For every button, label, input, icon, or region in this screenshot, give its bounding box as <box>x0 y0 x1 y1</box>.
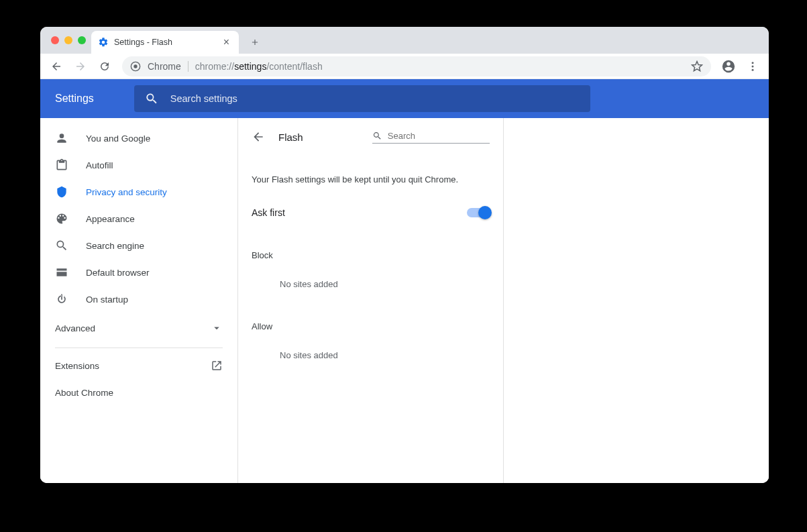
block-empty-text: No sites added <box>252 279 490 289</box>
sidebar-item-label: Autofill <box>86 160 113 170</box>
allow-section-label: Allow <box>252 321 490 331</box>
tab-strip: Settings - Flash × <box>40 27 769 54</box>
back-button[interactable] <box>46 56 67 77</box>
bookmark-star-icon[interactable] <box>691 60 703 72</box>
close-tab-button[interactable]: × <box>221 36 232 49</box>
block-section-label: Block <box>252 250 490 260</box>
app-title: Settings <box>55 93 94 105</box>
close-window-button[interactable] <box>51 36 59 44</box>
sidebar-item-label: Privacy and security <box>86 187 167 197</box>
about-label: About Chrome <box>55 388 113 398</box>
settings-header: Settings <box>40 79 769 118</box>
search-icon <box>372 130 382 142</box>
reload-button[interactable] <box>94 56 115 77</box>
power-icon <box>55 292 68 306</box>
page-search[interactable] <box>372 130 490 144</box>
maximize-window-button[interactable] <box>78 36 86 44</box>
page-back-button[interactable] <box>252 130 265 144</box>
sidebar-item-appearance[interactable]: Appearance <box>40 205 237 232</box>
sidebar-item-label: You and Google <box>86 134 150 144</box>
gear-icon <box>98 37 109 48</box>
flash-note: Your Flash settings will be kept until y… <box>252 174 490 184</box>
url-scheme-label: Chrome <box>148 61 181 72</box>
sidebar: You and Google Autofill Privacy and secu… <box>40 118 237 483</box>
clipboard-icon <box>55 158 68 172</box>
allow-empty-text: No sites added <box>252 350 490 360</box>
separator <box>188 61 189 72</box>
search-icon <box>55 239 68 252</box>
ask-first-label: Ask first <box>252 207 285 218</box>
sidebar-item-on-startup[interactable]: On startup <box>40 286 237 313</box>
settings-search[interactable] <box>134 85 590 112</box>
shield-icon <box>55 185 68 199</box>
open-external-icon <box>211 360 223 372</box>
sidebar-item-label: On startup <box>86 295 128 305</box>
page-title: Flash <box>278 131 303 143</box>
forward-button[interactable] <box>70 56 91 77</box>
svg-point-3 <box>752 65 754 67</box>
advanced-label: Advanced <box>55 323 95 333</box>
sidebar-item-you-and-google[interactable]: You and Google <box>40 125 237 152</box>
sidebar-item-privacy-security[interactable]: Privacy and security <box>40 178 237 205</box>
url-text: chrome://settings/content/flash <box>195 61 323 72</box>
minimize-window-button[interactable] <box>64 36 72 44</box>
svg-point-2 <box>752 62 754 64</box>
browser-icon <box>55 266 68 279</box>
sidebar-item-search-engine[interactable]: Search engine <box>40 232 237 259</box>
sidebar-advanced-toggle[interactable]: Advanced <box>40 313 237 343</box>
menu-button[interactable] <box>742 56 763 77</box>
profile-button[interactable] <box>718 56 739 77</box>
chrome-icon <box>130 61 141 72</box>
tab-title: Settings - Flash <box>114 38 172 47</box>
ask-first-toggle[interactable] <box>467 208 490 217</box>
svg-point-4 <box>752 68 754 70</box>
sidebar-item-label: Default browser <box>86 268 150 278</box>
new-tab-button[interactable] <box>246 33 264 52</box>
browser-toolbar: Chrome chrome://settings/content/flash <box>40 54 769 79</box>
toggle-knob <box>478 206 492 219</box>
content-gutter <box>504 118 769 483</box>
sidebar-item-default-browser[interactable]: Default browser <box>40 259 237 286</box>
chevron-down-icon <box>211 322 223 334</box>
sidebar-item-label: Appearance <box>86 214 135 224</box>
svg-point-1 <box>133 64 137 68</box>
person-icon <box>55 131 68 145</box>
palette-icon <box>55 212 68 225</box>
window-controls <box>48 27 91 54</box>
settings-search-input[interactable] <box>170 93 580 104</box>
browser-tab[interactable]: Settings - Flash × <box>91 31 239 54</box>
sidebar-about-chrome[interactable]: About Chrome <box>40 379 237 406</box>
divider <box>55 348 223 348</box>
sidebar-item-label: Search engine <box>86 241 144 251</box>
content-area: Flash Your Flash settings will be kept u… <box>238 118 503 483</box>
page-search-input[interactable] <box>388 131 490 141</box>
ask-first-row: Ask first <box>252 207 490 218</box>
search-icon <box>145 92 158 105</box>
address-bar[interactable]: Chrome chrome://settings/content/flash <box>122 56 711 76</box>
sidebar-extensions[interactable]: Extensions <box>40 352 237 379</box>
extensions-label: Extensions <box>55 361 99 371</box>
sidebar-item-autofill[interactable]: Autofill <box>40 152 237 178</box>
